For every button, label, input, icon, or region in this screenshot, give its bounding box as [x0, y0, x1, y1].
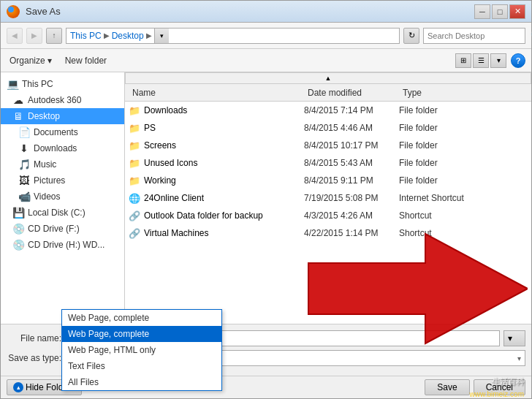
shortcut-icon: 🔗	[129, 227, 140, 239]
forward-button[interactable]: ▶	[26, 28, 42, 44]
file-name-ps: 📁 PS	[129, 122, 304, 134]
file-list-area: ▲ Name Date modified Type 📁 Downloads 8/…	[125, 72, 531, 324]
dropdown-item-text-files[interactable]: Text Files	[62, 358, 221, 374]
firefox-icon	[7, 5, 20, 18]
sidebar-item-local-disk[interactable]: 💾 Local Disk (C:)	[1, 205, 124, 221]
cd-drive-f-icon: 💿	[12, 223, 24, 235]
file-label: Unused Icons	[144, 158, 197, 168]
view-list-button[interactable]: ☰	[473, 53, 489, 68]
sidebar-label-this-pc: This PC	[22, 79, 53, 89]
title-bar-controls: ─ □ ✕	[474, 4, 525, 19]
view-grid-button[interactable]: ⊞	[455, 53, 471, 68]
col-header-type[interactable]: Type	[399, 88, 501, 98]
file-name-outlook: 🔗 Outlook Data folder for backup	[129, 210, 304, 221]
table-row[interactable]: 🔗 Outlook Data folder for backup 4/3/201…	[125, 207, 531, 224]
window-title: Save As	[26, 6, 61, 17]
sidebar-label-pictures: Pictures	[34, 175, 65, 186]
up-button[interactable]: ↑	[46, 28, 62, 44]
organize-label: Organize	[10, 56, 45, 66]
folder-icon: 📁	[129, 175, 140, 186]
autodesk-icon: ☁	[12, 94, 24, 106]
folder-icon: 📁	[129, 140, 140, 151]
path-arrow-1: ▶	[104, 31, 110, 39]
shortcut-icon: 🌐	[129, 192, 140, 204]
file-type: Shortcut	[399, 228, 501, 238]
dropdown-item-web-html[interactable]: Web Page, HTML only	[62, 342, 221, 358]
col-header-date[interactable]: Date modified	[304, 88, 399, 98]
sidebar-item-this-pc[interactable]: 💻 This PC	[1, 76, 124, 92]
table-row[interactable]: 📁 Downloads 8/4/2015 7:14 PM File folder	[125, 102, 531, 119]
sidebar-item-cd-drive-f[interactable]: 💿 CD Drive (F:)	[1, 221, 124, 237]
table-row[interactable]: 🔗 Virtual Machines 4/22/2015 1:14 PM Sho…	[125, 224, 531, 242]
path-dropdown-button[interactable]: ▾	[154, 28, 169, 43]
sidebar-label-downloads: Downloads	[34, 143, 77, 153]
file-label: Virtual Machines	[144, 228, 209, 238]
organize-button[interactable]: Organize ▾	[7, 54, 55, 67]
folder-icon: 📁	[129, 104, 140, 116]
music-icon: 🎵	[18, 159, 30, 170]
maximize-button[interactable]: □	[492, 4, 508, 19]
sidebar-item-desktop[interactable]: 🖥 Desktop	[1, 108, 124, 124]
sidebar-item-cd-drive-h[interactable]: 💿 CD Drive (H:) WD...	[1, 237, 124, 253]
file-label: Outlook Data folder for backup	[144, 210, 263, 221]
table-row[interactable]: 🌐 24Online Client 7/19/2015 5:08 PM Inte…	[125, 189, 531, 207]
path-arrow-2: ▶	[146, 31, 152, 39]
sidebar-item-videos[interactable]: 📹 Videos	[1, 189, 124, 205]
help-button[interactable]: ?	[511, 53, 525, 68]
organize-arrow-icon: ▾	[48, 56, 52, 66]
refresh-button[interactable]: ↻	[403, 28, 419, 44]
title-bar: Save As ─ □ ✕	[1, 1, 531, 23]
path-this-pc[interactable]: This PC	[70, 31, 102, 41]
table-row[interactable]: 📁 Unused Icons 8/4/2015 5:43 AM File fol…	[125, 154, 531, 172]
file-type: File folder	[399, 175, 501, 186]
file-label: PS	[144, 123, 156, 133]
sidebar-label-local-disk: Local Disk (C:)	[28, 208, 86, 218]
view-dropdown-button[interactable]: ▾	[490, 53, 506, 68]
table-row[interactable]: 📁 Screens 8/4/2015 10:17 PM File folder	[125, 137, 531, 154]
sidebar-item-autodesk[interactable]: ☁ Autodesk 360	[1, 92, 124, 108]
pictures-icon: 🖼	[18, 175, 30, 186]
file-date: 4/22/2015 1:14 PM	[304, 228, 399, 238]
search-box: 🔍	[423, 28, 525, 44]
shortcut-icon: 🔗	[129, 210, 140, 221]
file-name-working: 📁 Working	[129, 175, 304, 186]
file-type: Internet Shortcut	[399, 193, 501, 203]
minimize-button[interactable]: ─	[474, 4, 490, 19]
sidebar-item-documents[interactable]: 📄 Documents	[1, 124, 124, 140]
save-button[interactable]: Save	[425, 379, 469, 395]
dropdown-item-web-complete-selected[interactable]: Web Page, complete	[62, 326, 221, 342]
table-row[interactable]: 📁 Working 8/4/2015 9:11 PM File folder	[125, 172, 531, 189]
sidebar-item-pictures[interactable]: 🖼 Pictures	[1, 172, 124, 189]
address-path[interactable]: This PC ▶ Desktop ▶ ▾	[66, 28, 400, 44]
file-name-screens: 📁 Screens	[129, 140, 304, 151]
savetype-dropdown-arrow: ▾	[517, 354, 521, 362]
file-label: Working	[144, 175, 176, 186]
new-folder-button[interactable]: New folder	[62, 54, 110, 67]
scroll-up-button[interactable]: ▲	[125, 72, 531, 84]
file-name-unused-icons: 📁 Unused Icons	[129, 157, 304, 169]
file-name-24online: 🌐 24Online Client	[129, 192, 304, 204]
savetype-dropdown: Web Page, complete Web Page, complete We…	[61, 309, 222, 391]
filename-dropdown-button[interactable]: ▾	[503, 330, 525, 346]
table-row[interactable]: 📁 PS 8/4/2015 4:46 AM File folder	[125, 119, 531, 137]
downloads-icon: ⬇	[18, 142, 30, 154]
sidebar-label-cd-drive-h: CD Drive (H:) WD...	[28, 240, 104, 250]
cancel-button[interactable]: Cancel	[474, 379, 525, 395]
main-content: 💻 This PC ☁ Autodesk 360 🖥 Desktop 📄 Doc…	[1, 72, 531, 324]
col-header-name[interactable]: Name	[129, 88, 304, 98]
this-pc-icon: 💻	[7, 78, 18, 90]
sidebar-item-music[interactable]: 🎵 Music	[1, 156, 124, 172]
back-button[interactable]: ◀	[7, 28, 23, 44]
dropdown-item-all-files[interactable]: All Files	[62, 374, 221, 390]
address-bar: ◀ ▶ ↑ This PC ▶ Desktop ▶ ▾ ↻ 🔍	[1, 23, 531, 49]
file-label: Screens	[144, 140, 176, 151]
search-input[interactable]	[428, 31, 528, 40]
close-button[interactable]: ✕	[509, 4, 525, 19]
dropdown-item-web-complete[interactable]: Web Page, complete	[62, 310, 221, 326]
file-date: 8/4/2015 5:43 AM	[304, 158, 399, 168]
sidebar: 💻 This PC ☁ Autodesk 360 🖥 Desktop 📄 Doc…	[1, 72, 125, 324]
folder-icon: 📁	[129, 122, 140, 134]
path-desktop[interactable]: Desktop	[112, 31, 144, 41]
file-type: File folder	[399, 123, 501, 133]
sidebar-item-downloads[interactable]: ⬇ Downloads	[1, 140, 124, 156]
